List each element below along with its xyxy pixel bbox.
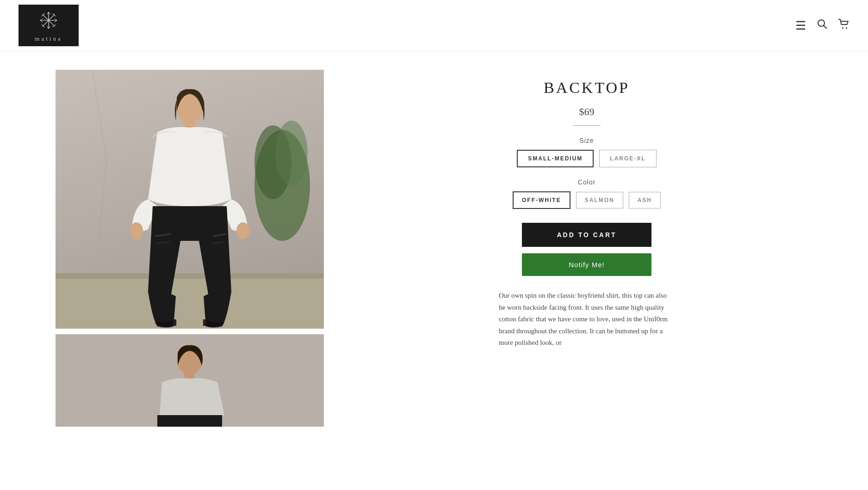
thumbnail-product-image[interactable]: [56, 334, 324, 427]
size-large-xl[interactable]: LARGE-XL: [599, 150, 656, 167]
svg-point-54: [130, 222, 143, 239]
site-header: matina ☰: [0, 0, 868, 51]
svg-line-43: [824, 26, 827, 29]
color-ash[interactable]: ASH: [629, 192, 661, 208]
svg-point-55: [236, 222, 249, 239]
svg-point-44: [842, 27, 843, 29]
product-description: Our own spin on the classic boyfriend sh…: [499, 290, 675, 349]
svg-rect-60: [174, 319, 176, 326]
menu-icon[interactable]: ☰: [795, 18, 806, 33]
color-off-white[interactable]: OFF-WHITE: [513, 191, 570, 209]
color-label: Color: [578, 178, 595, 186]
color-salmon[interactable]: SALMON: [576, 192, 623, 208]
svg-point-42: [818, 20, 825, 26]
size-options: SMALL-MEDIUM LARGE-XL: [517, 150, 656, 167]
product-title: BACKTOP: [544, 79, 630, 97]
product-details: BACKTOP $69 Size SMALL-MEDIUM LARGE-XL C…: [361, 70, 812, 427]
product-price: $69: [579, 106, 595, 118]
size-label: Size: [579, 137, 594, 144]
svg-rect-68: [157, 415, 222, 427]
product-images: [56, 70, 333, 427]
color-options: OFF-WHITE SALMON ASH: [513, 191, 661, 209]
svg-point-64: [275, 121, 308, 185]
size-small-medium[interactable]: SMALL-MEDIUM: [517, 150, 594, 167]
cart-icon[interactable]: [838, 19, 849, 32]
search-icon[interactable]: [817, 19, 827, 32]
header-icons: ☰: [795, 18, 849, 33]
svg-rect-50: [56, 273, 324, 329]
notify-me-button[interactable]: Notify Me!: [522, 253, 651, 276]
svg-point-45: [846, 27, 847, 29]
price-divider: [573, 125, 601, 126]
logo[interactable]: matina: [19, 5, 79, 46]
svg-rect-51: [56, 273, 324, 279]
main-content: BACKTOP $69 Size SMALL-MEDIUM LARGE-XL C…: [0, 51, 868, 445]
add-to-cart-button[interactable]: ADD TO CART: [522, 223, 651, 247]
main-product-image: [56, 70, 324, 329]
svg-text:matina: matina: [35, 35, 62, 42]
svg-rect-61: [203, 319, 206, 326]
